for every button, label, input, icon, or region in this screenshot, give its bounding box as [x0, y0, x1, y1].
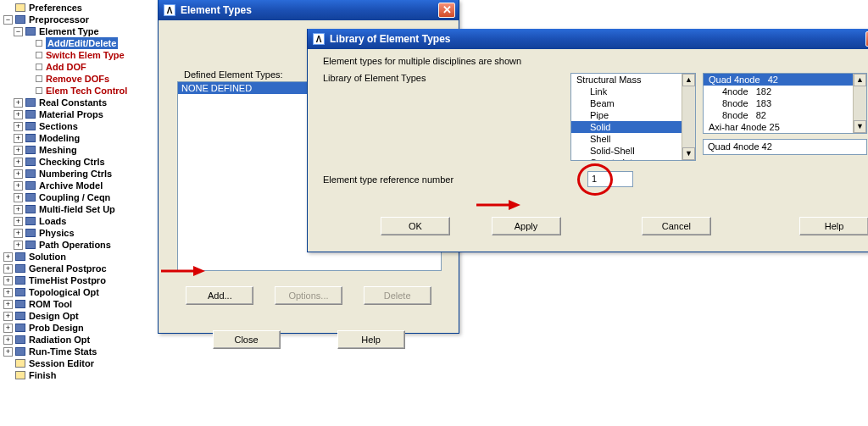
expand-icon[interactable]: + [14, 205, 23, 214]
expand-icon[interactable]: + [14, 193, 23, 202]
list-item[interactable]: Axi-har 4node 25 [704, 121, 866, 133]
add-button[interactable]: Add... [186, 286, 253, 305]
list-item[interactable]: Pipe [571, 109, 695, 121]
expand-icon[interactable]: + [14, 158, 23, 167]
tree-switch-elem[interactable]: Switch Elem Type [3, 49, 132, 61]
tree-element-type[interactable]: −Element Type [3, 25, 132, 37]
expand-icon[interactable]: + [14, 146, 23, 155]
titlebar[interactable]: Λ Library of Element Types ✕ [308, 29, 868, 49]
scrollbar[interactable]: ▲▼ [682, 74, 695, 160]
expand-icon[interactable]: + [14, 110, 23, 119]
folder-icon [15, 335, 25, 344]
apply-button[interactable]: Apply [492, 217, 561, 235]
tree-preprocessor[interactable]: −Preprocessor [3, 14, 132, 25]
options-button: Options... [275, 286, 342, 305]
tree-coupling-ceqn[interactable]: +Coupling / Ceqn [3, 191, 132, 203]
list-item[interactable]: 8node 183 [704, 97, 866, 109]
list-item[interactable]: Beam [571, 97, 695, 109]
category-listbox[interactable]: Structural Mass Link Beam Pipe Solid She… [570, 73, 696, 161]
tree-label: Real Constants [39, 97, 107, 108]
tree-general-postproc[interactable]: +General Postproc [3, 263, 132, 274]
expand-icon[interactable]: + [14, 229, 23, 238]
expand-icon[interactable]: + [3, 312, 13, 321]
scrollbar[interactable]: ▲▼ [853, 74, 866, 133]
list-item[interactable]: Structural Mass [571, 74, 695, 86]
scroll-up-icon[interactable]: ▲ [854, 74, 866, 86]
tree-radiation-opt[interactable]: +Radiation Opt [3, 334, 132, 346]
tree-label: Remove DOFs [46, 73, 109, 85]
close-icon[interactable]: ✕ [438, 3, 455, 18]
list-item[interactable]: Shell [571, 133, 695, 145]
cancel-button[interactable]: Cancel [642, 217, 711, 235]
tree-rom-tool[interactable]: +ROM Tool [3, 298, 132, 310]
expand-icon[interactable]: + [3, 324, 13, 333]
expand-icon[interactable]: + [3, 347, 13, 357]
tree-numbering-ctrls[interactable]: +Numbering Ctrls [3, 168, 132, 180]
expand-icon[interactable]: + [3, 300, 13, 309]
tree-real-constants[interactable]: +Real Constants [3, 97, 132, 108]
expand-icon[interactable]: + [3, 335, 13, 345]
tree-run-time[interactable]: +Run-Time Stats [3, 346, 132, 357]
close-button[interactable]: Close [213, 330, 281, 349]
tree-finish[interactable]: Finish [3, 369, 132, 381]
tree-design-opt[interactable]: +Design Opt [3, 310, 132, 322]
collapse-icon[interactable]: − [14, 27, 23, 36]
tree-modeling[interactable]: +Modeling [3, 132, 132, 144]
ok-button[interactable]: OK [381, 217, 450, 235]
tree-material-props[interactable]: +Material Props [3, 108, 132, 120]
element-listbox[interactable]: Quad 4node 42 4node 182 8node 183 8node … [703, 73, 867, 134]
expand-icon[interactable]: + [3, 288, 13, 297]
scroll-down-icon[interactable]: ▼ [854, 120, 866, 133]
expand-icon[interactable]: + [3, 276, 13, 285]
help-button[interactable]: Help [799, 217, 868, 235]
expand-icon[interactable]: + [3, 264, 13, 274]
tree-add-dof[interactable]: Add DOF [3, 61, 132, 73]
expand-icon[interactable]: + [14, 98, 23, 108]
tree-add-edit-delete[interactable]: Add/Edit/Delete [3, 37, 132, 49]
tree-checking-ctrls[interactable]: +Checking Ctrls [3, 156, 132, 168]
expand-icon[interactable]: + [14, 134, 23, 143]
tree-elem-tech[interactable]: Elem Tech Control [3, 85, 132, 97]
collapse-icon[interactable]: − [3, 15, 13, 25]
tree-remove-dofs[interactable]: Remove DOFs [3, 73, 132, 85]
expand-icon[interactable]: + [3, 252, 13, 262]
scroll-up-icon[interactable]: ▲ [682, 74, 695, 86]
expand-icon[interactable]: + [14, 181, 23, 191]
expand-icon[interactable]: + [14, 122, 23, 131]
list-item[interactable]: Quad 4node 42 [704, 74, 866, 86]
scroll-down-icon[interactable]: ▼ [682, 147, 695, 160]
tree-topo-opt[interactable]: +Topological Opt [3, 286, 132, 298]
tree-session-editor[interactable]: Session Editor [3, 357, 132, 369]
list-item[interactable]: 4node 182 [704, 86, 866, 97]
tree-solution[interactable]: +Solution [3, 251, 132, 263]
list-item[interactable]: Link [571, 86, 695, 97]
tree-meshing[interactable]: +Meshing [3, 144, 132, 156]
ref-number-input[interactable]: 1 [587, 171, 633, 187]
tree-prob-design[interactable]: +Prob Design [3, 322, 132, 334]
expand-icon[interactable]: + [14, 169, 23, 179]
tree-loads[interactable]: +Loads [3, 215, 132, 227]
expand-icon[interactable]: + [14, 241, 23, 250]
expand-icon[interactable]: + [14, 217, 23, 226]
list-item[interactable]: Constraint [571, 157, 695, 161]
leaf-icon [36, 52, 42, 58]
list-item[interactable]: Solid [571, 121, 695, 133]
tree-physics[interactable]: +Physics [3, 227, 132, 239]
tree-timehist[interactable]: +TimeHist Postpro [3, 274, 132, 286]
tree-label: ROM Tool [29, 298, 72, 310]
list-item[interactable]: Solid-Shell [571, 145, 695, 157]
library-element-types-dialog: Λ Library of Element Types ✕ Element typ… [307, 29, 868, 252]
help-button[interactable]: Help [337, 330, 405, 349]
dialog-title: Element Types [181, 4, 438, 16]
tree-archive-model[interactable]: +Archive Model [3, 180, 132, 191]
tree-sections[interactable]: +Sections [3, 120, 132, 132]
selected-element-field[interactable]: Quad 4node 42 [703, 139, 867, 155]
dialog-title: Library of Element Types [330, 33, 865, 45]
tree-multi-field[interactable]: +Multi-field Set Up [3, 203, 132, 215]
list-item[interactable]: 8node 82 [704, 109, 866, 121]
list-item[interactable]: 8node 83 [704, 133, 866, 134]
tree-preferences[interactable]: Preferences [3, 2, 132, 14]
tree-label: Prob Design [29, 322, 84, 334]
tree-path-ops[interactable]: +Path Operations [3, 239, 132, 251]
titlebar[interactable]: Λ Element Types ✕ [159, 0, 459, 20]
